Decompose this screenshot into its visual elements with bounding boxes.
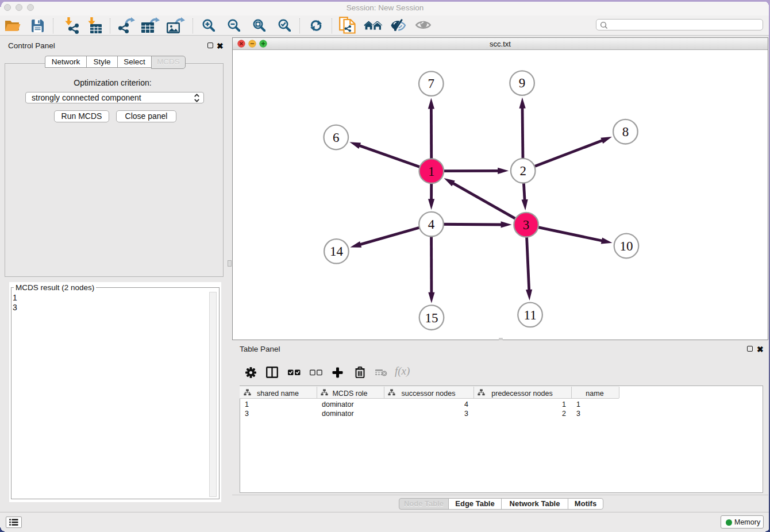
svg-text:3: 3 [523, 218, 530, 232]
svg-text:4: 4 [428, 217, 435, 232]
svg-text:15: 15 [425, 311, 438, 325]
svg-text:11: 11 [524, 308, 537, 322]
svg-text:14: 14 [330, 244, 344, 259]
svg-text:9: 9 [519, 76, 526, 90]
svg-text:7: 7 [428, 76, 435, 91]
svg-text:6: 6 [333, 130, 340, 145]
svg-text:1: 1 [428, 164, 435, 179]
svg-text:8: 8 [622, 125, 629, 139]
svg-text:10: 10 [620, 239, 633, 253]
svg-text:2: 2 [519, 164, 526, 178]
